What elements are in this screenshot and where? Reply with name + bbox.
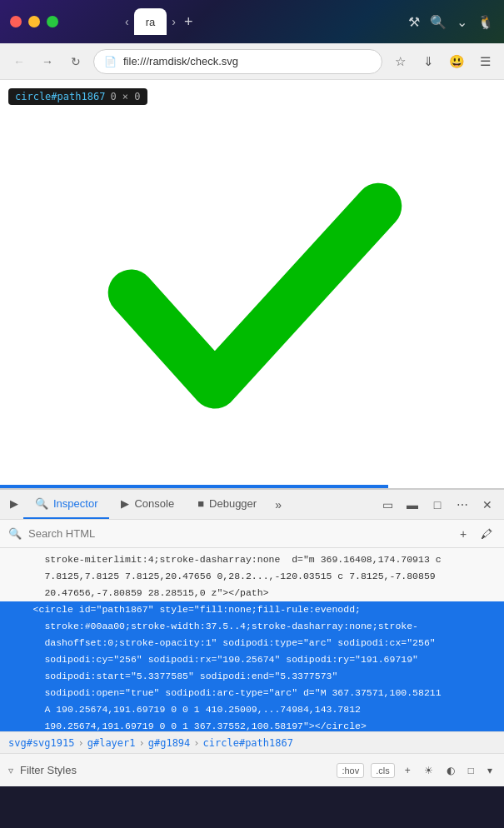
svg-content	[0, 80, 504, 488]
menu-button[interactable]: ☰	[474, 51, 496, 72]
styles-actions: :hov .cls + ☀ ◐ □ ▾	[337, 763, 496, 778]
devtools-tab-actions: ▭ ▬ □ ⋯ ✕	[377, 495, 497, 515]
emoji-button[interactable]: 😃	[446, 51, 467, 72]
tooltip-coords: 0 × 0	[110, 91, 140, 102]
search-html-bar: 🔍 + 🖍	[0, 520, 504, 548]
code-line[interactable]: <circle id="path1867" style="fill:none;f…	[0, 601, 504, 618]
hov-button[interactable]: :hov	[337, 763, 364, 778]
code-line[interactable]: A 190.25674,191.69719 0 0 1 410.25009,..…	[0, 701, 504, 718]
breadcrumb-current[interactable]: circle#path1867	[203, 737, 293, 749]
styles-panel: ▿ Filter Styles :hov .cls + ☀ ◐ □ ▾	[0, 753, 504, 786]
breadcrumb-sep-3: ›	[193, 737, 199, 749]
devtools-tab-inspector-icon[interactable]: ▶	[7, 490, 23, 519]
traffic-light-close[interactable]	[10, 16, 22, 27]
tab-nav-next[interactable]: ›	[172, 15, 176, 28]
light-mode-button[interactable]: ☀	[421, 763, 437, 778]
inspector-cursor-icon: ▶	[10, 497, 18, 510]
more-styles-button[interactable]: ▾	[484, 763, 496, 778]
devtools-tab-debugger[interactable]: ■ Debugger	[186, 490, 268, 519]
address-bar[interactable]: 📄 file:///ramdisk/check.svg	[93, 49, 382, 74]
dark-mode-button[interactable]: ◐	[443, 763, 458, 778]
add-node-button[interactable]: +	[454, 525, 472, 543]
titlebar-tabs: ‹ ra › +	[75, 8, 402, 35]
download-button[interactable]: ⇓	[417, 51, 439, 72]
checkmark-svg	[94, 126, 411, 442]
breadcrumb-svg[interactable]: svg#svg1915	[8, 737, 74, 749]
html-code-area[interactable]: stroke-miterlimit:4;stroke-dasharray:non…	[0, 548, 504, 731]
filter-styles-label: Filter Styles	[20, 764, 77, 776]
search-icon[interactable]: 🔍	[430, 14, 447, 30]
devtools-tab-console[interactable]: ▶ Console	[109, 490, 186, 519]
titlebar-icons: ⚒ 🔍 ⌄ 🐧	[408, 14, 494, 30]
page-icon: 📄	[104, 56, 117, 67]
back-button[interactable]: ←	[8, 51, 30, 72]
breadcrumb-sep-2: ›	[139, 737, 145, 749]
code-line[interactable]: stroke:#00aa00;stroke-width:37.5..4;stro…	[0, 618, 504, 635]
tools-icon[interactable]: ⚒	[408, 14, 420, 30]
devtools-tab-inspector[interactable]: 🔍 Inspector	[23, 490, 109, 519]
code-line[interactable]: 190.25674,191.69719 0 0 1 367.37552,100.…	[0, 718, 504, 731]
code-line[interactable]: stroke-miterlimit:4;stroke-dasharray:non…	[0, 551, 504, 568]
debugger-icon: ■	[197, 497, 204, 510]
titlebar: ‹ ra › + ⚒ 🔍 ⌄ 🐧	[0, 0, 504, 43]
toolbar-actions: ☆ ⇓ 😃 ☰	[389, 51, 496, 72]
search-actions: + 🖍	[454, 525, 496, 543]
close-devtools-button[interactable]: ✕	[477, 495, 497, 515]
more-tabs-button[interactable]: »	[268, 498, 288, 511]
breadcrumb-g[interactable]: g#g1894	[148, 737, 191, 749]
code-line[interactable]: dashoffset:0;stroke-opacity:1" sodipodi:…	[0, 635, 504, 651]
inspector-label: Inspector	[53, 497, 97, 510]
browser-toolbar: ← → ↻ 📄 file:///ramdisk/check.svg ☆ ⇓ 😃 …	[0, 43, 504, 80]
new-tab-button[interactable]: +	[184, 13, 193, 31]
pick-element-button[interactable]: 🖍	[477, 525, 496, 543]
code-line[interactable]: sodipodi:open="true" sodipodi:arc-type="…	[0, 685, 504, 701]
tooltip-element: circle#path1867	[15, 91, 105, 102]
traffic-lights	[10, 16, 58, 27]
search-html-input[interactable]	[28, 527, 447, 540]
print-mode-button[interactable]: □	[465, 763, 477, 778]
browser-viewport: circle#path1867 0 × 0	[0, 80, 504, 488]
search-html-icon: 🔍	[8, 527, 22, 540]
active-tab[interactable]: ra	[134, 8, 167, 35]
dock-bottom-button[interactable]: ▬	[402, 495, 422, 515]
devtools-tabbar: ▶ 🔍 Inspector ▶ Console ■ Debugger » ▭ ▬…	[0, 490, 504, 520]
inspector-icon: 🔍	[35, 497, 48, 510]
code-line[interactable]: sodipodi:cy="256" sodipodi:rx="190.25674…	[0, 651, 504, 668]
filter-icon: ▿	[8, 765, 13, 776]
console-label: Console	[134, 497, 174, 510]
code-line[interactable]: 20.47656,-7.80859 28.28515,0 z"></path>	[0, 585, 504, 601]
forward-button[interactable]: →	[37, 51, 58, 72]
debugger-label: Debugger	[209, 497, 257, 510]
breadcrumb: svg#svg1915 › g#layer1 › g#g1894 › circl…	[0, 731, 504, 753]
breadcrumb-sep-1: ›	[77, 737, 83, 749]
traffic-light-fullscreen[interactable]	[47, 16, 58, 27]
chevron-down-icon[interactable]: ⌄	[457, 14, 467, 30]
more-options-button[interactable]: ⋯	[452, 495, 472, 515]
dock-split-button[interactable]: ▭	[377, 495, 397, 515]
tab-nav-prev[interactable]: ‹	[125, 15, 129, 28]
code-line[interactable]: sodipodi:start="5.3377585" sodipodi:end=…	[0, 668, 504, 685]
dock-window-button[interactable]: □	[427, 495, 447, 515]
console-icon: ▶	[121, 497, 129, 510]
scroll-indicator	[0, 485, 388, 488]
url-text: file:///ramdisk/check.svg	[123, 55, 372, 67]
tux-icon[interactable]: 🐧	[477, 14, 494, 30]
breadcrumb-layer[interactable]: g#layer1	[87, 737, 136, 749]
code-line[interactable]: 7.8125,7.8125 7.8125,20.47656 0,28.2...,…	[0, 568, 504, 585]
refresh-button[interactable]: ↻	[65, 51, 87, 72]
tab-label: ra	[146, 16, 156, 28]
traffic-light-minimize[interactable]	[28, 16, 40, 27]
devtools: ▶ 🔍 Inspector ▶ Console ■ Debugger » ▭ ▬…	[0, 488, 504, 786]
element-tooltip: circle#path1867 0 × 0	[8, 88, 147, 105]
add-style-button[interactable]: +	[402, 763, 414, 778]
bookmark-button[interactable]: ☆	[389, 51, 411, 72]
cls-button[interactable]: .cls	[371, 763, 395, 778]
